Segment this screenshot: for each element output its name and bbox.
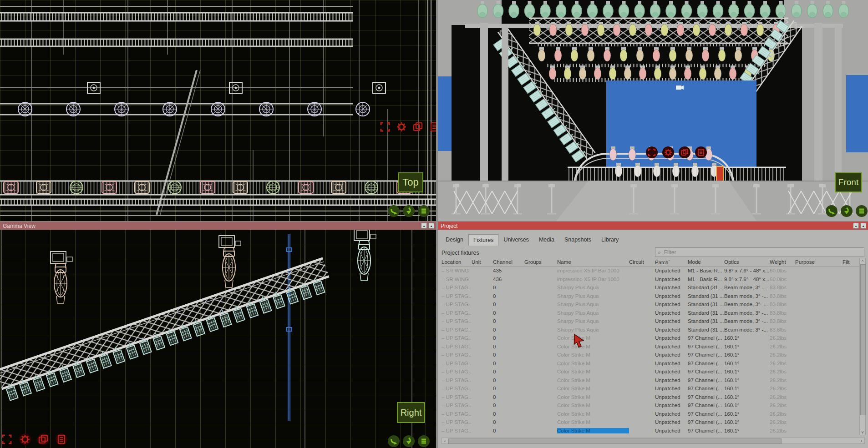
cell-channel[interactable]: 0 [493, 335, 524, 341]
cell-location[interactable]: – UP STAG... [442, 378, 472, 383]
tab-snapshots[interactable]: Snapshots [559, 234, 596, 245]
cell-location[interactable]: – UP STAG... [442, 335, 472, 341]
rotate-view-icon[interactable] [388, 205, 400, 217]
filter-search-box[interactable]: ⌕ [655, 247, 864, 257]
cell-patch[interactable]: Unpatched [655, 361, 688, 366]
view-label-front[interactable]: Front [835, 172, 862, 192]
fixture-row[interactable]: – UP STAG...0Color Strike MUnpatched97 C… [442, 334, 859, 342]
cell-weight[interactable]: 83.8lbs [770, 310, 795, 316]
cell-patch[interactable]: Unpatched [655, 428, 688, 433]
cell-name[interactable]: Sharpy Plus Aqua [557, 285, 629, 290]
cell-optics[interactable]: Beam mode, 3° -... [724, 285, 770, 290]
cell-mode[interactable]: Standard (31 ... [688, 327, 724, 332]
tab-fixtures[interactable]: Fixtures [468, 234, 498, 246]
fixture-row[interactable]: – UP STAG...0Color Strike MUnpatched97 C… [442, 427, 859, 435]
cell-location[interactable]: – UP STAG... [442, 285, 472, 290]
cell-name[interactable]: Color Strike M [557, 394, 629, 400]
gear-icon[interactable] [662, 146, 674, 158]
fixture-row[interactable]: – UP STAG...0Color Strike MUnpatched97 C… [442, 359, 859, 368]
cell-mode[interactable]: 97 Channel (... [688, 361, 724, 366]
cell-channel[interactable]: 0 [493, 310, 524, 316]
cell-location[interactable]: – UP STAG... [442, 302, 472, 307]
horizontal-scrollbar[interactable]: ‹ › [442, 438, 865, 444]
view-menu-icon[interactable] [418, 435, 430, 447]
cell-optics[interactable]: 160.1° [724, 411, 770, 417]
fixture-row[interactable]: – UP STAG...0Color Strike MUnpatched97 C… [442, 410, 859, 418]
fixture-row[interactable]: – SR WING436impression X5 IP Bar 1000Unp… [442, 275, 859, 284]
cell-weight[interactable]: 26.2lbs [770, 386, 795, 391]
cell-channel[interactable]: 0 [493, 394, 524, 400]
filter-input[interactable] [663, 249, 862, 256]
vertical-scroll-thumb[interactable] [860, 264, 866, 415]
view-menu-icon[interactable] [856, 205, 868, 217]
cell-mode[interactable]: 97 Channel (... [688, 344, 724, 349]
cell-mode[interactable]: M1 - Basic R... [688, 268, 724, 273]
cell-weight[interactable]: 26.2lbs [770, 369, 795, 374]
fixture-row[interactable]: – UP STAG...0Sharpy Plus AquaUnpatchedSt… [442, 317, 859, 326]
cell-optics[interactable]: Beam mode, 3° -... [724, 318, 770, 324]
cell-mode[interactable]: 97 Channel (... [688, 394, 724, 400]
cell-patch[interactable]: Unpatched [655, 327, 688, 332]
pan-view-icon[interactable] [841, 205, 853, 217]
viewport-right-view[interactable]: Right [0, 230, 436, 448]
cell-weight[interactable]: 26.2lbs [770, 335, 795, 341]
cell-channel[interactable]: 0 [493, 403, 524, 408]
cell-optics[interactable]: 160.1° [724, 335, 770, 341]
cell-weight[interactable]: 26.2lbs [770, 403, 795, 408]
cell-optics[interactable]: Beam mode, 3° -... [724, 327, 770, 332]
view-label-right[interactable]: Right [397, 402, 425, 423]
cell-location[interactable]: – UP STAG... [442, 386, 472, 391]
cell-patch[interactable]: Unpatched [655, 293, 688, 299]
cell-mode[interactable]: Standard (31 ... [688, 310, 724, 316]
pan-view-icon[interactable] [403, 205, 415, 217]
cell-location[interactable]: – UP STAG... [442, 361, 472, 366]
cell-weight[interactable]: 26.2lbs [770, 361, 795, 366]
fixture-row[interactable]: – UP STAG...0Color Strike MUnpatched97 C… [442, 401, 859, 410]
cell-weight[interactable]: 26.2lbs [770, 378, 795, 383]
cell-name[interactable]: Sharpy Plus Aqua [557, 310, 629, 316]
fixture-row[interactable]: – UP STAG...0Color Strike MUnpatched97 C… [442, 367, 859, 376]
viewport-front-view[interactable]: Front [438, 0, 868, 221]
fixture-row[interactable]: – UP STAG...0Color Strike MUnpatched97 C… [442, 351, 859, 359]
cell-name[interactable]: Color Strike M [557, 378, 629, 383]
tab-design[interactable]: Design [441, 234, 468, 245]
cell-patch[interactable]: Unpatched [655, 378, 688, 383]
cell-channel[interactable]: 435 [493, 268, 524, 273]
list-report-icon[interactable] [428, 121, 436, 133]
cell-patch[interactable]: Unpatched [655, 310, 688, 316]
cell-weight[interactable]: 26.2lbs [770, 394, 795, 400]
cell-weight[interactable]: 26.2lbs [770, 411, 795, 417]
cell-channel[interactable]: 0 [493, 352, 524, 357]
list-report-icon[interactable] [695, 146, 707, 158]
cell-location[interactable]: – UP STAG... [442, 310, 472, 316]
horizontal-scroll-thumb[interactable] [448, 438, 782, 444]
project-panel-titlebar[interactable]: Project ▴ ▴ [438, 221, 868, 230]
cell-name[interactable]: Color Strike M [557, 411, 629, 417]
cell-mode[interactable]: 97 Channel (... [688, 411, 724, 417]
cell-mode[interactable]: Standard (31 ... [688, 293, 724, 299]
fixture-row[interactable]: – UP STAG...0Sharpy Plus AquaUnpatchedSt… [442, 292, 859, 301]
cell-weight[interactable]: 83.8lbs [770, 293, 795, 299]
cell-weight[interactable]: 83.8lbs [770, 302, 795, 307]
cell-optics[interactable]: Beam mode, 3° -... [724, 293, 770, 299]
cell-weight[interactable]: 60.0lbs [770, 268, 795, 273]
panel-collapse-button[interactable]: ▴ [853, 223, 859, 229]
fixture-row[interactable]: – UP STAG...0Color Strike MUnpatched97 C… [442, 393, 859, 402]
cell-optics[interactable]: Beam mode, 3° -... [724, 310, 770, 316]
tab-library[interactable]: Library [596, 234, 624, 245]
cell-patch[interactable]: Unpatched [655, 352, 688, 357]
layers-copy-icon[interactable] [37, 433, 49, 445]
cell-location[interactable]: – UP STAG... [442, 369, 472, 374]
fixture-row[interactable]: – UP STAG...0Sharpy Plus AquaUnpatchedSt… [442, 309, 859, 317]
cell-mode[interactable]: 97 Channel (... [688, 352, 724, 357]
cell-channel[interactable]: 0 [493, 411, 524, 417]
cell-name[interactable]: Color Strike M [557, 361, 629, 366]
panel-expand-button[interactable]: ▴ [428, 223, 434, 229]
fixture-row[interactable]: – UP STAG...0Color Strike MUnpatched97 C… [442, 342, 859, 351]
cell-location[interactable]: – UP STAG... [442, 327, 472, 332]
cell-channel[interactable]: 0 [493, 327, 524, 332]
cell-optics[interactable]: 160.1° [724, 378, 770, 383]
fixture-row[interactable]: – UP STAG...0Sharpy Plus AquaUnpatchedSt… [442, 326, 859, 334]
cell-location[interactable]: – UP STAG... [442, 394, 472, 400]
cell-patch[interactable]: Unpatched [655, 277, 688, 282]
